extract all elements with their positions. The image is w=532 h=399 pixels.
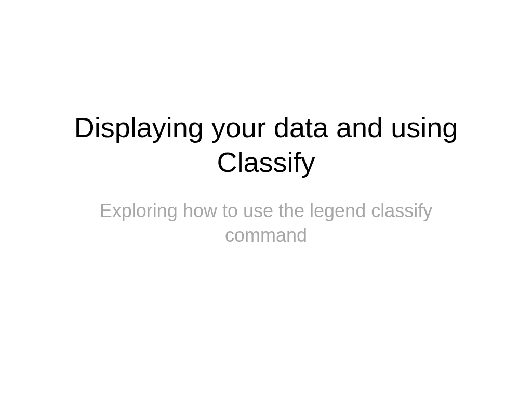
slide-subtitle: Exploring how to use the legend classify… (84, 199, 448, 248)
slide-title: Displaying your data and using Classify (42, 110, 490, 180)
slide-container: Displaying your data and using Classify … (0, 0, 532, 399)
